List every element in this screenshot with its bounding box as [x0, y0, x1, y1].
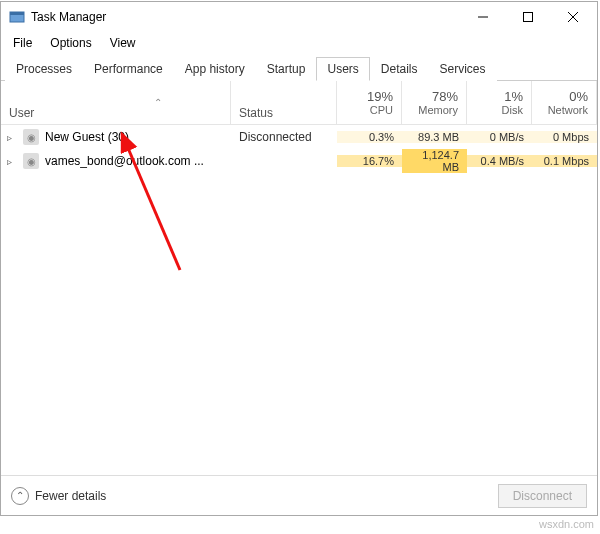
column-memory[interactable]: 78% Memory [402, 81, 467, 124]
cpu-label: CPU [370, 104, 393, 116]
cpu-percent: 19% [367, 89, 393, 104]
task-manager-window: Task Manager File Options View Processes… [0, 1, 598, 516]
user-row[interactable]: ▹ ◉ vames_bond@outlook.com ... 16.7% 1,1… [1, 149, 597, 173]
tab-services[interactable]: Services [429, 57, 497, 81]
user-cell: ▹ ◉ vames_bond@outlook.com ... [1, 153, 231, 169]
svg-rect-3 [523, 13, 532, 22]
tab-users[interactable]: Users [316, 57, 369, 81]
column-user[interactable]: User ⌃ [1, 81, 231, 124]
disk-cell: 0 MB/s [467, 131, 532, 143]
user-icon: ◉ [23, 153, 39, 169]
column-disk[interactable]: 1% Disk [467, 81, 532, 124]
memory-cell: 89.3 MB [402, 131, 467, 143]
tab-performance[interactable]: Performance [83, 57, 174, 81]
fewer-details-label: Fewer details [35, 489, 106, 503]
tab-strip: Processes Performance App history Startu… [1, 56, 597, 81]
footer: ⌃ Fewer details Disconnect [1, 475, 597, 515]
disk-percent: 1% [504, 89, 523, 104]
app-icon [9, 9, 25, 25]
memory-label: Memory [418, 104, 458, 116]
maximize-button[interactable] [505, 3, 550, 31]
memory-cell: 1,124.7 MB [402, 149, 467, 173]
menu-file[interactable]: File [5, 34, 40, 52]
status-cell: Disconnected [231, 130, 337, 144]
network-cell: 0 Mbps [532, 131, 597, 143]
column-network[interactable]: 0% Network [532, 81, 597, 124]
user-name: New Guest (30) [45, 130, 129, 144]
column-status-label: Status [239, 106, 273, 120]
fewer-details-toggle[interactable]: ⌃ Fewer details [11, 487, 106, 505]
user-icon: ◉ [23, 129, 39, 145]
memory-percent: 78% [432, 89, 458, 104]
menu-options[interactable]: Options [42, 34, 99, 52]
disconnect-button[interactable]: Disconnect [498, 484, 587, 508]
user-row[interactable]: ▹ ◉ New Guest (30) Disconnected 0.3% 89.… [1, 125, 597, 149]
window-title: Task Manager [31, 10, 106, 24]
sort-indicator-icon: ⌃ [154, 97, 162, 108]
network-label: Network [548, 104, 588, 116]
titlebar: Task Manager [1, 2, 597, 32]
close-button[interactable] [550, 3, 595, 31]
tab-startup[interactable]: Startup [256, 57, 317, 81]
column-status[interactable]: Status [231, 81, 337, 124]
expand-icon[interactable]: ▹ [7, 156, 17, 167]
disk-label: Disk [502, 104, 523, 116]
network-cell: 0.1 Mbps [532, 155, 597, 167]
network-percent: 0% [569, 89, 588, 104]
cpu-cell: 0.3% [337, 131, 402, 143]
chevron-up-icon: ⌃ [11, 487, 29, 505]
cpu-cell: 16.7% [337, 155, 402, 167]
tab-app-history[interactable]: App history [174, 57, 256, 81]
users-grid: User ⌃ Status 19% CPU 78% Memory 1% Disk… [1, 81, 597, 475]
user-name: vames_bond@outlook.com ... [45, 154, 204, 168]
grid-header: User ⌃ Status 19% CPU 78% Memory 1% Disk… [1, 81, 597, 125]
watermark: wsxdn.com [539, 518, 594, 530]
expand-icon[interactable]: ▹ [7, 132, 17, 143]
tab-processes[interactable]: Processes [5, 57, 83, 81]
minimize-button[interactable] [460, 3, 505, 31]
disk-cell: 0.4 MB/s [467, 155, 532, 167]
menu-view[interactable]: View [102, 34, 144, 52]
menubar: File Options View [1, 32, 597, 56]
svg-rect-1 [10, 12, 24, 15]
user-cell: ▹ ◉ New Guest (30) [1, 129, 231, 145]
column-cpu[interactable]: 19% CPU [337, 81, 402, 124]
column-user-label: User [9, 106, 34, 120]
tab-details[interactable]: Details [370, 57, 429, 81]
